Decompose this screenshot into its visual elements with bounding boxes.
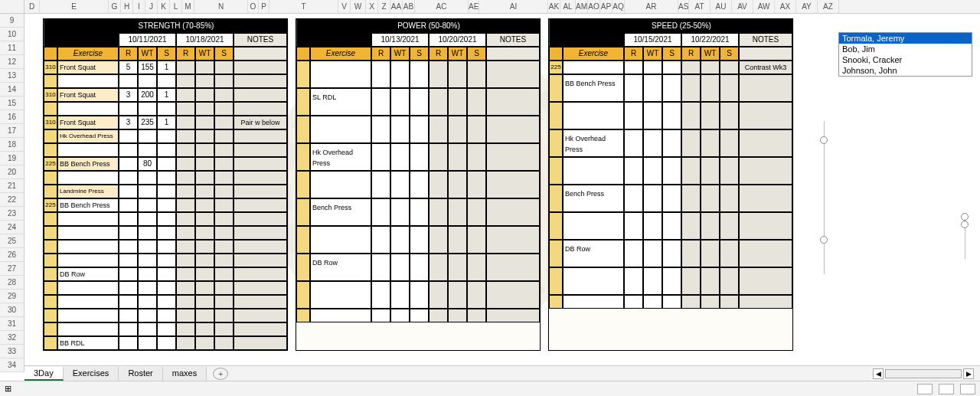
scroll-right-button[interactable]: ▶ (963, 368, 974, 379)
set-cell[interactable] (429, 116, 448, 143)
weight-ref-cell[interactable]: 310 (44, 88, 57, 102)
set-cell[interactable] (371, 171, 390, 198)
column-header[interactable]: X (366, 0, 378, 13)
exercise-cell[interactable] (310, 281, 371, 309)
exercise-cell[interactable]: Hk Overhead Press (563, 129, 624, 157)
note-cell[interactable] (234, 254, 287, 267)
note-cell[interactable] (486, 61, 540, 88)
set-cell[interactable] (701, 74, 720, 102)
note-cell[interactable] (739, 74, 792, 102)
set-cell[interactable]: 200 (138, 88, 157, 102)
set-cell[interactable] (176, 322, 195, 336)
set-cell[interactable] (467, 143, 486, 171)
set-cell[interactable] (448, 116, 467, 143)
weight-ref-cell[interactable] (549, 74, 563, 102)
set-cell[interactable] (119, 336, 138, 350)
set-cell[interactable] (701, 267, 720, 295)
set-cell[interactable] (371, 281, 390, 309)
set-cell[interactable] (119, 74, 138, 88)
set-cell[interactable] (214, 226, 234, 240)
set-cell[interactable]: 235 (138, 116, 157, 129)
exercise-cell[interactable] (563, 102, 624, 129)
set-cell[interactable] (176, 198, 195, 212)
exercise-cell[interactable]: SL RDL (310, 88, 371, 116)
row-header[interactable]: 14 (0, 83, 24, 97)
set-cell[interactable]: 155 (138, 61, 157, 74)
set-cell[interactable] (662, 157, 681, 185)
row-header[interactable]: 10 (0, 28, 24, 41)
name-listbox[interactable]: ︿ Tormala, JeremyBob, JimSnooki, Cracker… (838, 32, 972, 77)
set-cell[interactable] (371, 226, 390, 254)
exercise-cell[interactable]: BB RDL (57, 336, 119, 350)
note-cell[interactable] (234, 102, 287, 116)
set-cell[interactable] (624, 185, 643, 212)
set-cell[interactable] (176, 185, 195, 198)
vertical-slider[interactable] (819, 121, 830, 274)
set-cell[interactable] (390, 116, 410, 143)
horizontal-scrollbar[interactable] (885, 369, 962, 378)
exercise-cell[interactable]: Front Squat (57, 61, 119, 74)
set-cell[interactable] (720, 157, 739, 185)
set-cell[interactable]: 1 (157, 116, 176, 129)
view-layout-button[interactable] (939, 384, 954, 394)
exercise-cell[interactable] (57, 281, 119, 295)
set-cell[interactable] (448, 88, 467, 116)
row-header[interactable]: 13 (0, 69, 24, 83)
weight-ref-cell[interactable] (296, 143, 310, 171)
row-header[interactable]: 24 (0, 221, 24, 234)
set-cell[interactable] (662, 74, 681, 102)
view-break-button[interactable] (960, 384, 975, 394)
note-cell[interactable] (234, 212, 287, 226)
exercise-cell[interactable] (57, 171, 119, 185)
note-cell[interactable] (234, 322, 287, 336)
note-cell[interactable] (234, 309, 287, 322)
set-cell[interactable] (371, 143, 390, 171)
view-normal-button[interactable] (917, 384, 933, 394)
set-cell[interactable] (701, 157, 720, 185)
exercise-cell[interactable]: Landmine Press (57, 185, 119, 198)
weight-ref-cell[interactable] (44, 171, 57, 185)
note-cell[interactable] (234, 198, 287, 212)
set-cell[interactable] (448, 198, 467, 226)
set-cell[interactable] (214, 157, 234, 171)
weight-ref-cell[interactable]: 225 (44, 198, 57, 212)
set-cell[interactable] (720, 185, 739, 212)
set-cell[interactable] (681, 61, 701, 74)
set-cell[interactable] (429, 61, 448, 88)
set-cell[interactable] (643, 157, 662, 185)
set-cell[interactable] (138, 336, 157, 350)
weight-ref-cell[interactable]: 310 (44, 116, 57, 129)
set-cell[interactable] (176, 157, 195, 171)
column-header[interactable]: AB (403, 0, 415, 13)
column-header[interactable]: V (338, 0, 351, 13)
set-cell[interactable] (138, 322, 157, 336)
weight-ref-cell[interactable] (44, 129, 57, 143)
set-cell[interactable] (214, 116, 234, 129)
note-cell[interactable] (486, 309, 540, 322)
column-header[interactable]: AC (415, 0, 469, 13)
note-cell[interactable] (486, 226, 540, 254)
weight-ref-cell[interactable] (44, 267, 57, 281)
set-cell[interactable] (681, 102, 701, 129)
set-cell[interactable] (157, 295, 176, 309)
exercise-cell[interactable] (310, 171, 371, 198)
set-cell[interactable] (176, 116, 195, 129)
row-header[interactable]: 9 (0, 14, 24, 28)
column-header[interactable]: I (133, 0, 145, 13)
set-cell[interactable] (701, 61, 720, 74)
set-cell[interactable] (119, 309, 138, 322)
set-cell[interactable] (410, 171, 429, 198)
set-cell[interactable] (701, 212, 720, 240)
set-cell[interactable] (701, 185, 720, 212)
set-cell[interactable] (390, 281, 410, 309)
date-cell[interactable]: 10/13/2021 (371, 33, 429, 47)
column-header[interactable]: AA (390, 0, 403, 13)
date-cell[interactable]: 10/22/2021 (681, 33, 739, 47)
set-cell[interactable] (390, 61, 410, 88)
name-list-item[interactable]: Snooki, Cracker (839, 54, 972, 65)
weight-ref-cell[interactable] (44, 226, 57, 240)
exercise-cell[interactable] (563, 212, 624, 240)
set-cell[interactable] (643, 185, 662, 212)
column-header[interactable]: H (121, 0, 133, 13)
exercise-cell[interactable] (563, 61, 624, 74)
